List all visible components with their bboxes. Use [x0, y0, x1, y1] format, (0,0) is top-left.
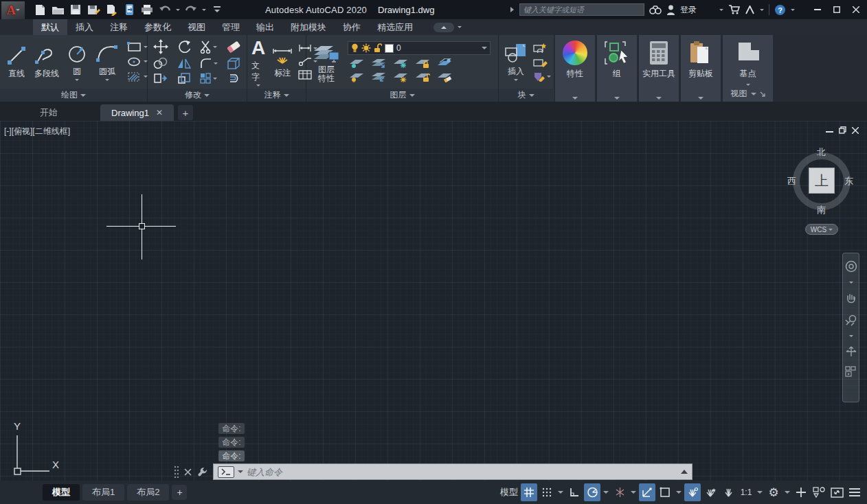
- sign-in-caret-icon[interactable]: [719, 9, 723, 11]
- copy-icon[interactable]: [153, 57, 168, 69]
- panel-label-annotation[interactable]: 注释: [247, 89, 306, 102]
- new-file-icon[interactable]: [33, 3, 47, 16]
- redo-caret-icon[interactable]: [202, 9, 206, 11]
- trim-icon[interactable]: [199, 40, 212, 54]
- workspace-caret-icon[interactable]: [785, 491, 790, 494]
- ribbon-tab-featured-apps[interactable]: 精选应用: [369, 19, 421, 35]
- annotation-scale-icon[interactable]: [720, 483, 736, 501]
- attributes-caret-icon[interactable]: [547, 76, 551, 78]
- rotate-icon[interactable]: [177, 40, 191, 54]
- zoom-icon[interactable]: [845, 314, 857, 326]
- ribbon-tab-output[interactable]: 输出: [248, 19, 282, 35]
- ribbon-tab-annotate[interactable]: 注释: [102, 19, 136, 35]
- new-layout-button[interactable]: +: [172, 485, 187, 500]
- command-close-icon[interactable]: [184, 468, 192, 476]
- insert-block-button[interactable]: 插入: [502, 43, 530, 81]
- osnap-caret-icon[interactable]: [676, 491, 682, 494]
- isodraft-caret-icon[interactable]: [631, 491, 636, 494]
- arc-button[interactable]: 圆弧: [93, 43, 122, 81]
- layer-tool-icon[interactable]: [437, 72, 452, 82]
- grid-display-icon[interactable]: [521, 483, 537, 501]
- layer-tool-icon[interactable]: [393, 72, 408, 82]
- user-icon[interactable]: [666, 5, 675, 15]
- search-expand-icon[interactable]: [510, 6, 515, 13]
- ribbon-tab-parametric[interactable]: 参数化: [136, 19, 179, 35]
- panel-view[interactable]: 基点 视图: [723, 35, 773, 102]
- create-block-icon[interactable]: [533, 43, 548, 53]
- account-caret-icon[interactable]: [760, 9, 764, 11]
- layer-tool-icon[interactable]: [415, 58, 430, 69]
- search-binoculars-icon[interactable]: [649, 5, 662, 14]
- circle-button[interactable]: 圆: [64, 43, 90, 81]
- search-input[interactable]: [519, 3, 644, 16]
- panel-label-block[interactable]: 块: [499, 89, 553, 102]
- panel-utilities[interactable]: 实用工具: [639, 35, 679, 102]
- drawing-canvas[interactable]: [-][俯视][二维线框] 北 西 东 南 上 WCS Y X 命令: 命令: …: [0, 121, 867, 504]
- panel-clipboard[interactable]: 剪贴板: [681, 35, 721, 102]
- save-to-web-icon[interactable]: [122, 3, 136, 16]
- arc-caret-icon[interactable]: [105, 79, 109, 81]
- layout-tab-layout2[interactable]: 布局2: [127, 484, 169, 501]
- mirror-icon[interactable]: [177, 57, 192, 69]
- layer-tool-icon[interactable]: [393, 58, 408, 69]
- minimize-button[interactable]: [809, 3, 826, 16]
- rectangle-icon[interactable]: [127, 42, 142, 52]
- ortho-mode-icon[interactable]: [566, 483, 583, 501]
- viewcube-north[interactable]: 北: [817, 146, 826, 159]
- ribbon-tab-addins[interactable]: 附加模块: [282, 19, 335, 35]
- viewport-minimize-icon[interactable]: [826, 127, 833, 133]
- model-space-button[interactable]: 模型: [499, 483, 519, 501]
- trim-caret-icon[interactable]: [213, 46, 217, 48]
- panel-groups[interactable]: 组: [597, 35, 637, 102]
- command-recent-caret-icon[interactable]: [238, 470, 243, 473]
- help-caret-icon[interactable]: [791, 9, 795, 11]
- view-panel-caret-icon[interactable]: [751, 93, 756, 95]
- snap-mode-icon[interactable]: [539, 483, 555, 501]
- viewcube-east[interactable]: 东: [844, 175, 853, 187]
- line-button[interactable]: 直线: [3, 45, 30, 80]
- qat-customize-icon[interactable]: [210, 3, 224, 16]
- properties-panel-caret-icon[interactable]: [572, 97, 578, 100]
- viewcube-west[interactable]: 西: [787, 175, 796, 187]
- groups-panel-caret-icon[interactable]: [614, 97, 620, 100]
- command-grip-icon[interactable]: [174, 466, 179, 478]
- array-icon[interactable]: [199, 72, 212, 84]
- file-tab-drawing1[interactable]: Drawing1✕: [100, 104, 174, 121]
- object-snap-icon[interactable]: [657, 483, 673, 501]
- redo-icon[interactable]: [184, 3, 198, 16]
- erase-icon[interactable]: [226, 40, 241, 54]
- app-store-cart-icon[interactable]: [728, 5, 740, 14]
- annotation-monitor-plus-icon[interactable]: [793, 483, 809, 501]
- clean-screen-icon[interactable]: [829, 483, 845, 501]
- panel-properties[interactable]: 特性: [555, 35, 595, 102]
- circle-caret-icon[interactable]: [75, 79, 79, 81]
- polar-tracking-icon[interactable]: [584, 483, 600, 501]
- text-button[interactable]: A 文字: [249, 38, 267, 87]
- customization-menu-icon[interactable]: [846, 483, 863, 501]
- scale-icon[interactable]: [177, 72, 191, 84]
- undo-caret-icon[interactable]: [176, 9, 180, 11]
- command-scroll-up-icon[interactable]: [681, 470, 688, 474]
- viewport-controls-label[interactable]: [-][俯视][二维线框]: [4, 126, 70, 137]
- maximize-button[interactable]: [829, 3, 845, 16]
- navigation-wheel-icon[interactable]: [845, 260, 857, 273]
- utilities-panel-caret-icon[interactable]: [656, 97, 662, 100]
- object-snap-tracking-icon[interactable]: [639, 483, 655, 501]
- layer-tool-icon[interactable]: [349, 58, 364, 69]
- snap-caret-icon[interactable]: [558, 491, 563, 494]
- viewcube-south[interactable]: 南: [817, 204, 826, 216]
- layout-tab-model[interactable]: 模型: [43, 484, 80, 501]
- text-caret-icon[interactable]: [256, 84, 260, 87]
- layer-tool-icon[interactable]: [437, 58, 452, 69]
- ribbon-tab-manage[interactable]: 管理: [214, 19, 248, 35]
- command-prompt-icon[interactable]: [218, 466, 234, 478]
- move-icon[interactable]: [153, 39, 168, 54]
- file-tab-start[interactable]: 开始: [29, 104, 69, 121]
- array-caret-icon[interactable]: [213, 78, 217, 80]
- ribbon-collapse-button[interactable]: [434, 23, 454, 32]
- annotation-scale-value[interactable]: 1:1: [738, 483, 754, 501]
- autocad-app-menu-button[interactable]: A: [1, 1, 25, 19]
- layer-tool-icon[interactable]: [349, 72, 364, 82]
- ribbon-tab-insert[interactable]: 插入: [67, 19, 102, 35]
- close-button[interactable]: [848, 3, 864, 16]
